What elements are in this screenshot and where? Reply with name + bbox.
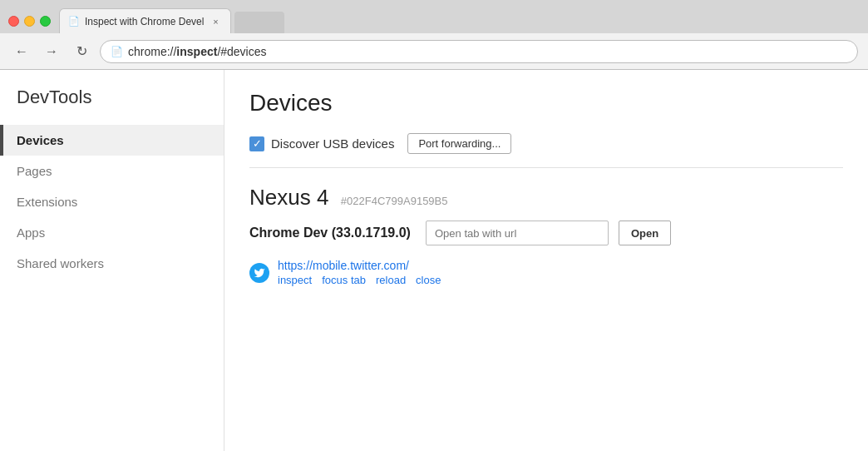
sidebar-item-devices[interactable]: Devices — [0, 125, 224, 156]
new-tab-area — [234, 12, 284, 33]
sidebar-item-extensions[interactable]: Extensions — [0, 186, 224, 217]
sidebar-item-pages[interactable]: Pages — [0, 156, 224, 186]
tab-info: https://mobile.twitter.com/ inspect focu… — [278, 259, 441, 286]
title-bar: 📄 Inspect with Chrome Devel × — [0, 0, 868, 33]
discover-usb-text: Discover USB devices — [271, 136, 394, 151]
device-header: Nexus 4 #022F4C799A9159B5 — [249, 185, 843, 211]
tab-page-icon: 📄 — [68, 16, 80, 27]
back-button[interactable]: ← — [10, 40, 33, 63]
device-id: #022F4C799A9159B5 — [341, 195, 448, 207]
device-name: Nexus 4 — [249, 185, 328, 210]
close-action[interactable]: close — [416, 274, 441, 286]
address-bar[interactable]: 📄 chrome://inspect/#devices — [100, 40, 858, 63]
page-content: DevTools Devices Pages Extensions Apps S… — [0, 70, 868, 451]
sidebar-item-apps[interactable]: Apps — [0, 217, 224, 248]
tab-row: https://mobile.twitter.com/ inspect focu… — [249, 259, 843, 286]
address-text: chrome://inspect/#devices — [128, 45, 267, 58]
tab-url[interactable]: https://mobile.twitter.com/ — [278, 259, 441, 272]
reload-action[interactable]: reload — [376, 274, 406, 286]
minimize-button[interactable] — [24, 16, 35, 27]
page-icon: 📄 — [111, 46, 123, 57]
tab-close-button[interactable]: × — [209, 15, 222, 28]
open-tab-url-input[interactable] — [426, 221, 609, 245]
sidebar-item-shared-workers[interactable]: Shared workers — [0, 248, 224, 279]
twitter-icon — [249, 263, 269, 283]
chrome-window: 📄 Inspect with Chrome Devel × ← → ↻ 📄 ch… — [0, 0, 868, 451]
inspect-action[interactable]: inspect — [278, 274, 312, 286]
main-content: Devices ✓ Discover USB devices Port forw… — [224, 70, 868, 451]
checkmark-icon: ✓ — [253, 138, 262, 149]
open-tab-button[interactable]: Open — [619, 221, 671, 245]
forward-button[interactable]: → — [40, 40, 63, 63]
close-button[interactable] — [8, 16, 19, 27]
sidebar: DevTools Devices Pages Extensions Apps S… — [0, 70, 224, 451]
tab-title: Inspect with Chrome Devel — [85, 16, 204, 27]
discover-row: ✓ Discover USB devices Port forwarding..… — [249, 133, 843, 168]
browser-name: Chrome Dev (33.0.1719.0) — [249, 226, 416, 240]
sidebar-title: DevTools — [0, 87, 224, 125]
focus-tab-action[interactable]: focus tab — [322, 274, 366, 286]
reload-button[interactable]: ↻ — [70, 40, 93, 63]
browser-row: Chrome Dev (33.0.1719.0) Open — [249, 221, 843, 245]
discover-usb-label[interactable]: ✓ Discover USB devices — [249, 136, 394, 151]
active-tab[interactable]: 📄 Inspect with Chrome Devel × — [59, 8, 231, 33]
address-bold: inspect — [176, 45, 217, 58]
discover-usb-checkbox[interactable]: ✓ — [249, 136, 264, 151]
maximize-button[interactable] — [40, 16, 51, 27]
traffic-lights — [8, 16, 51, 27]
port-forwarding-button[interactable]: Port forwarding... — [407, 133, 511, 154]
nav-bar: ← → ↻ 📄 chrome://inspect/#devices — [0, 33, 868, 70]
page-title: Devices — [249, 90, 843, 116]
tab-actions: inspect focus tab reload close — [278, 274, 441, 286]
